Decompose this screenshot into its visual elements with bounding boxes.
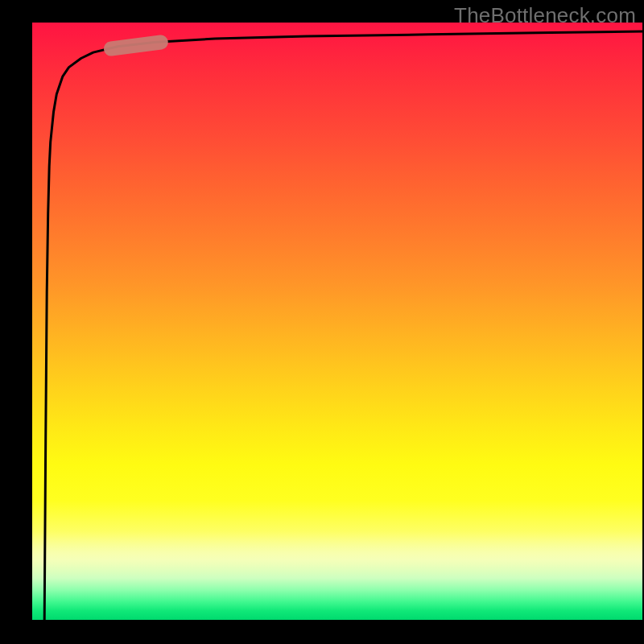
chart-stage: TheBottleneck.com <box>0 0 644 644</box>
plot-area <box>32 23 642 620</box>
y-axis-bar <box>0 0 32 644</box>
x-axis-bar <box>0 620 644 644</box>
watermark-text: TheBottleneck.com <box>454 3 636 28</box>
